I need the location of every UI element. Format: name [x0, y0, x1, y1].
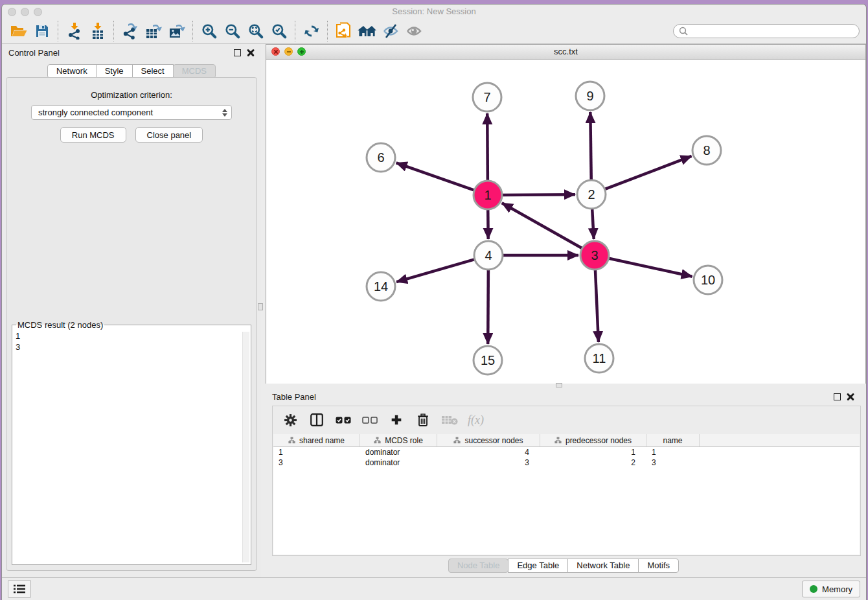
graph-edge-1-7[interactable]	[487, 113, 488, 183]
vertical-splitter-grip[interactable]	[258, 303, 263, 310]
export-table-icon[interactable]	[142, 21, 165, 41]
zoom-out-icon[interactable]	[221, 21, 244, 41]
cell-name[interactable]: 1	[646, 448, 700, 457]
mcds-result-box: MCDS result (2 nodes) 1 3	[12, 320, 251, 565]
float-panel-icon[interactable]	[234, 49, 241, 56]
graph-node-label: 14	[374, 279, 388, 294]
mcds-panel: Optimization criterion: strongly connect…	[6, 77, 257, 571]
cell-name[interactable]: 3	[646, 458, 700, 467]
graph-edge-3-1[interactable]	[502, 203, 584, 249]
task-history-button[interactable]	[8, 580, 31, 598]
float-table-panel-icon[interactable]	[834, 393, 841, 400]
cell-predecessor-nodes[interactable]: 1	[540, 448, 646, 457]
table-panel: Table Panel	[261, 387, 866, 577]
refresh-icon[interactable]	[300, 21, 323, 41]
close-panel-icon[interactable]	[247, 49, 255, 56]
graph-edge-3-11[interactable]	[595, 268, 599, 342]
add-column-icon[interactable]	[388, 411, 405, 428]
cell-mcds-role[interactable]: dominator	[360, 448, 437, 457]
first-neighbors-icon[interactable]	[356, 21, 379, 41]
column-header-mcds-role[interactable]: MCDS role	[360, 434, 437, 446]
memory-button[interactable]: Memory	[802, 581, 860, 597]
tab-motifs[interactable]: Motifs	[638, 559, 679, 573]
hide-selected-icon[interactable]	[379, 21, 402, 41]
cell-shared-name[interactable]: 1	[273, 448, 360, 457]
control-panel-tabs: Network Style Select MCDS	[2, 64, 261, 78]
graph-edge-1-2[interactable]	[500, 194, 575, 195]
table-options-icon[interactable]	[282, 411, 299, 428]
mcds-result-node: 1	[16, 330, 247, 341]
search-input[interactable]	[691, 26, 854, 37]
clone-network-icon[interactable]	[332, 21, 356, 41]
delete-table-icon	[441, 411, 458, 428]
graph-node-label: 11	[593, 351, 606, 365]
graph-node-label: 15	[481, 353, 495, 367]
export-image-icon[interactable]	[165, 21, 188, 41]
horizontal-splitter-grip[interactable]	[556, 383, 562, 387]
memory-status-icon	[810, 585, 817, 593]
graph-edge-1-4[interactable]	[488, 207, 488, 239]
network-view-titlebar: scc.txt	[266, 45, 865, 60]
cell-mcds-role[interactable]: dominator	[360, 458, 437, 467]
table-toolbar: f(x)	[273, 406, 860, 433]
tab-node-table[interactable]: Node Table	[448, 559, 509, 573]
cell-successor-nodes[interactable]: 4	[437, 448, 540, 457]
result-scrollbar[interactable]	[242, 332, 249, 562]
column-header-shared-name[interactable]: shared name	[273, 434, 360, 446]
tab-edge-table[interactable]: Edge Table	[508, 559, 568, 573]
window-title: Session: New Session	[2, 6, 866, 16]
tab-select[interactable]: Select	[132, 64, 174, 78]
column-selector-icon[interactable]	[308, 411, 325, 428]
graph-svg[interactable]: 1234678910111415	[266, 60, 865, 384]
import-table-icon[interactable]	[86, 21, 109, 41]
tab-network[interactable]: Network	[47, 64, 97, 78]
delete-column-icon[interactable]	[415, 411, 431, 428]
column-header-successor-nodes[interactable]: successor nodes	[437, 434, 540, 446]
show-all-icon[interactable]	[402, 21, 426, 41]
graph-edge-2-9[interactable]	[590, 112, 591, 182]
mcds-result-node: 3	[16, 341, 247, 352]
graph-edge-2-8[interactable]	[603, 156, 692, 190]
toolbar-separator	[113, 21, 115, 41]
close-table-panel-icon[interactable]	[847, 393, 854, 400]
column-header-predecessor-nodes[interactable]: predecessor nodes	[540, 434, 646, 446]
hierarchy-icon	[288, 437, 295, 444]
table-panel-title: Table Panel	[272, 392, 316, 402]
export-network-icon[interactable]	[119, 21, 142, 41]
run-mcds-button[interactable]: Run MCDS	[60, 127, 126, 143]
graph-edge-1-6[interactable]	[396, 163, 477, 190]
zoom-in-icon[interactable]	[198, 21, 221, 41]
search-box[interactable]	[673, 24, 860, 38]
graph-edge-4-14[interactable]	[396, 259, 477, 282]
hierarchy-icon	[453, 437, 461, 444]
close-panel-button[interactable]: Close panel	[135, 127, 203, 143]
graph-node-label: 1	[484, 188, 491, 202]
list-icon	[14, 584, 25, 594]
graph-edge-3-10[interactable]	[607, 258, 692, 277]
deselect-all-rows-icon[interactable]	[361, 411, 378, 428]
cell-shared-name[interactable]: 3	[273, 458, 360, 467]
table-header-row: shared name MCDS role successor nodes	[273, 434, 860, 447]
graph-node-label: 3	[591, 248, 598, 262]
zoom-selected-icon[interactable]	[268, 21, 291, 41]
select-all-rows-icon[interactable]	[335, 411, 352, 428]
cell-predecessor-nodes[interactable]: 2	[540, 458, 646, 467]
open-session-icon[interactable]	[7, 21, 30, 41]
column-label: successor nodes	[464, 436, 523, 445]
table-row[interactable]: 3 dominator 3 2 3	[273, 457, 860, 468]
column-header-name[interactable]: name	[646, 434, 700, 446]
apply-function-icon: f(x)	[468, 413, 484, 427]
criterion-select[interactable]: strongly connected component	[31, 105, 232, 120]
network-canvas[interactable]: 1234678910111415	[266, 60, 865, 384]
hierarchy-icon	[374, 437, 381, 444]
tab-mcds[interactable]: MCDS	[173, 64, 216, 78]
table-row[interactable]: 1 dominator 4 1 1	[273, 447, 860, 457]
cell-successor-nodes[interactable]: 3	[437, 458, 540, 467]
zoom-fit-icon[interactable]	[244, 21, 268, 41]
import-network-icon[interactable]	[63, 21, 86, 41]
save-session-icon[interactable]	[30, 21, 54, 41]
tab-style[interactable]: Style	[96, 64, 133, 78]
tab-network-table[interactable]: Network Table	[567, 559, 639, 573]
graph-edge-4-15[interactable]	[488, 268, 488, 344]
graph-edge-2-3[interactable]	[592, 207, 594, 239]
